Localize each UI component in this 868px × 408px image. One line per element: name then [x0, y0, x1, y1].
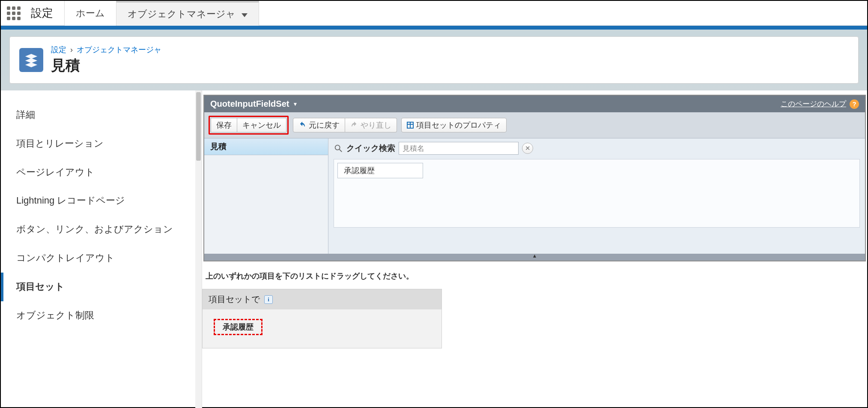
sidebar-item-label: 項目セット [16, 281, 65, 292]
tab-home[interactable]: ホーム [64, 1, 116, 26]
quick-find-input[interactable] [399, 142, 519, 155]
object-stack-icon [19, 48, 43, 72]
breadcrumb: 設定 › オブジェクトマネージャ [51, 45, 161, 55]
sidebar-item-lightning-pages[interactable]: Lightning レコードページ [1, 186, 202, 215]
cancel-label: キャンセル [242, 120, 281, 130]
palette-collapse-handle[interactable] [204, 254, 865, 261]
page-header: 設定 › オブジェクトマネージャ 見積 [9, 36, 859, 84]
redo-button[interactable]: やり直し [345, 118, 397, 132]
fieldset-name: QuoteInputFieldSet [210, 99, 289, 109]
sidebar-item-label: 項目とリレーション [16, 138, 104, 149]
palette-title-bar: QuoteInputFieldSet ▼ このページのヘルプ ? [204, 96, 865, 112]
tab-object-manager[interactable]: オブジェクトマネージャ [116, 1, 259, 26]
save-label: 保存 [216, 120, 232, 130]
sidebar-item-label: Lightning レコードページ [16, 195, 125, 206]
sidebar-item-label: オブジェクト制限 [16, 310, 94, 321]
info-icon[interactable]: i [264, 295, 273, 304]
sidebar-item-page-layouts[interactable]: ページレイアウト [1, 158, 202, 187]
cancel-button[interactable]: キャンセル [237, 118, 286, 132]
page-header-wrap: 設定 › オブジェクトマネージャ 見積 [1, 30, 867, 90]
sidebar-item-details[interactable]: 詳細 [1, 101, 202, 129]
sidebar-item-field-sets[interactable]: 項目セット [1, 273, 202, 301]
app-title: 設定 [27, 6, 64, 21]
sidebar-item-label: コンパクトレイアウト [16, 252, 115, 263]
sidebar-scrollbar[interactable] [195, 90, 202, 408]
main-content: QuoteInputFieldSet ▼ このページのヘルプ ? 保存 キャンセ… [202, 90, 867, 408]
quick-find-label: クイック検索 [346, 143, 395, 154]
page-title: 見積 [51, 56, 161, 75]
sidebar-item-object-limits[interactable]: オブジェクト制限 [1, 301, 202, 330]
triangle-down-icon[interactable]: ▼ [292, 101, 298, 107]
chevron-down-icon[interactable] [242, 9, 248, 20]
tab-home-label: ホーム [76, 7, 105, 20]
drag-instruction: 上のいずれかの項目を下のリストにドラッグしてください。 [202, 261, 867, 289]
app-launcher-icon[interactable] [1, 1, 27, 26]
available-fields-area: 承認履歴 [334, 159, 860, 228]
dropzone-heading: 項目セットで [209, 294, 260, 305]
category-item[interactable]: 見積 [204, 138, 328, 155]
undo-button[interactable]: 元に戻す [293, 118, 345, 132]
placed-field[interactable]: 承認履歴 [214, 319, 262, 335]
header-accent-bar [1, 26, 867, 30]
undo-icon [298, 121, 306, 129]
global-header: 設定 ホーム オブジェクトマネージャ [1, 1, 867, 26]
save-button[interactable]: 保存 [211, 118, 237, 132]
svg-line-4 [340, 150, 342, 152]
field-palette: QuoteInputFieldSet ▼ このページのヘルプ ? 保存 キャンセ… [203, 95, 866, 261]
category-label: 見積 [210, 142, 227, 151]
sidebar-item-fields[interactable]: 項目とリレーション [1, 129, 202, 158]
tab-object-manager-label: オブジェクトマネージャ [128, 8, 236, 21]
table-icon [407, 122, 414, 129]
sidebar-item-compact-layouts[interactable]: コンパクトレイアウト [1, 244, 202, 273]
help-link[interactable]: このページのヘルプ [781, 99, 846, 109]
object-sidebar: 詳細 項目とリレーション ページレイアウト Lightning レコードページ … [1, 90, 202, 408]
redo-label: やり直し [361, 120, 391, 130]
category-list: 見積 [204, 138, 328, 254]
undo-label: 元に戻す [309, 120, 340, 130]
props-label: 項目セットのプロパティ [416, 120, 501, 130]
fieldset-dropzone: 項目セットで i 承認履歴 [202, 289, 442, 348]
clear-search-button[interactable]: ✕ [522, 143, 533, 154]
breadcrumb-sep: › [69, 45, 75, 54]
field-chip[interactable]: 承認履歴 [337, 163, 423, 178]
breadcrumb-root[interactable]: 設定 [51, 45, 66, 54]
fieldset-properties-button[interactable]: 項目セットのプロパティ [401, 118, 507, 132]
sidebar-item-label: 詳細 [16, 109, 35, 120]
help-icon[interactable]: ? [850, 99, 859, 109]
sidebar-item-label: ページレイアウト [16, 167, 95, 177]
search-icon [334, 144, 343, 153]
placed-field-label: 承認履歴 [223, 323, 254, 331]
dropzone-body[interactable]: 承認履歴 [203, 309, 441, 348]
svg-point-3 [335, 145, 340, 150]
redo-icon [350, 121, 358, 129]
dropzone-heading-row: 項目セットで i [203, 289, 441, 309]
sidebar-item-buttons-links-actions[interactable]: ボタン、リンク、およびアクション [1, 215, 202, 244]
palette-toolbar: 保存 キャンセル 元に戻す やり直し [204, 112, 865, 138]
breadcrumb-section[interactable]: オブジェクトマネージャ [77, 45, 161, 54]
save-highlight: 保存 キャンセル [209, 116, 289, 135]
field-chip-label: 承認履歴 [344, 166, 375, 175]
sidebar-item-label: ボタン、リンク、およびアクション [16, 224, 173, 234]
